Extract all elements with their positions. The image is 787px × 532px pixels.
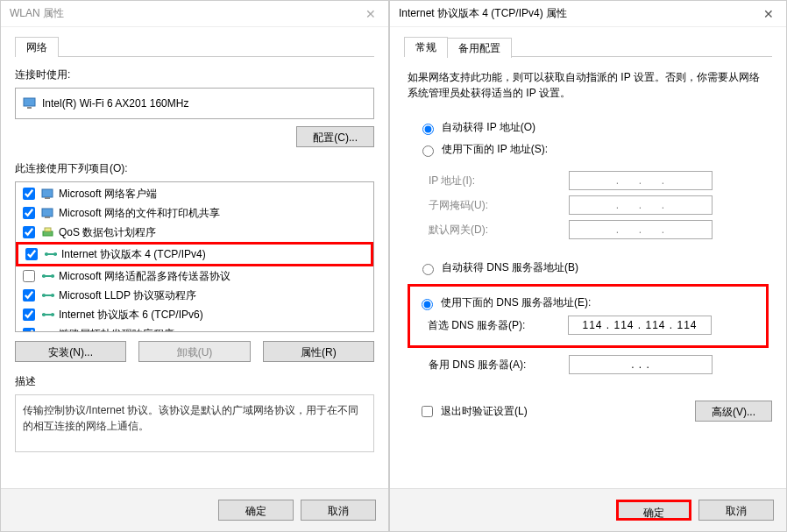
tcpip-properties-dialog: Internet 协议版本 4 (TCP/IPv4) 属性 ✕ 常规 备用配置 … [389, 0, 787, 532]
network-icon [41, 188, 55, 200]
svg-point-15 [42, 294, 46, 297]
list-item-label: Internet 协议版本 4 (TCP/IPv4) [61, 247, 206, 262]
network-icon [44, 248, 58, 260]
pref-dns-input[interactable]: 114 . 114 . 114 . 114 [568, 316, 712, 335]
tab-general[interactable]: 常规 [404, 37, 448, 57]
list-item-label: Microsoft 网络客户端 [59, 187, 157, 202]
item-checkbox[interactable] [23, 289, 35, 301]
tcpip-cancel-button[interactable]: 取消 [698, 500, 774, 521]
radio-dns-auto-input[interactable] [422, 264, 434, 275]
svg-point-18 [42, 313, 46, 316]
item-checkbox[interactable] [23, 309, 35, 321]
svg-rect-7 [45, 228, 51, 231]
adapter-box: Intel(R) Wi-Fi 6 AX201 160MHz [15, 88, 374, 119]
tcpip-title: Internet 协议版本 4 (TCP/IPv4) 属性 [399, 6, 567, 21]
list-item[interactable]: Microsoft 网络客户端 [16, 184, 373, 203]
dns-manual-highlight: 使用下面的 DNS 服务器地址(E): 首选 DNS 服务器(P): 114 .… [408, 284, 769, 348]
svg-rect-1 [27, 107, 32, 109]
radio-ip-manual-input[interactable] [422, 145, 434, 157]
wlan-tabs: 网络 [15, 36, 374, 57]
radio-dns-manual[interactable]: 使用下面的 DNS 服务器地址(E): [417, 295, 755, 310]
items-label: 此连接使用下列项目(O): [15, 161, 374, 176]
connect-using-label: 连接时使用: [15, 67, 374, 82]
wlan-properties-dialog: WLAN 属性 ✕ 网络 连接时使用: Intel(R) Wi-Fi 6 AX2… [0, 0, 389, 532]
description-label: 描述 [15, 374, 374, 389]
list-item[interactable]: Microsoft LLDP 协议驱动程序 [16, 286, 373, 305]
network-icon [41, 226, 55, 238]
network-items-list[interactable]: Microsoft 网络客户端Microsoft 网络的文件和打印机共享QoS … [15, 181, 374, 332]
ip-address-label: IP 地址(I): [429, 174, 569, 188]
list-item[interactable]: Internet 协议版本 6 (TCP/IPv6) [16, 305, 373, 324]
svg-rect-3 [45, 197, 50, 199]
radio-ip-auto-input[interactable] [422, 124, 434, 135]
properties-button[interactable]: 属性(R) [263, 341, 374, 362]
item-checkbox[interactable] [23, 207, 35, 219]
wlan-cancel-button[interactable]: 取消 [301, 500, 376, 521]
tcpip-titlebar: Internet 协议版本 4 (TCP/IPv4) 属性 ✕ [390, 1, 786, 27]
close-icon[interactable]: ✕ [358, 4, 383, 24]
tcpip-ok-button[interactable]: 确定 [616, 500, 691, 521]
alt-dns-input[interactable]: . . . [569, 355, 713, 374]
network-icon [41, 328, 55, 332]
list-item[interactable]: Internet 协议版本 4 (TCP/IPv4) [16, 242, 373, 266]
uninstall-button: 卸载(U) [138, 341, 250, 362]
install-button[interactable]: 安装(N)... [15, 341, 126, 362]
advanced-button[interactable]: 高级(V)... [695, 401, 772, 422]
wlan-titlebar: WLAN 属性 ✕ [1, 1, 388, 27]
validate-checkbox[interactable] [422, 406, 433, 417]
tab-network[interactable]: 网络 [15, 37, 59, 57]
tab-alt-config[interactable]: 备用配置 [447, 38, 512, 58]
configure-button[interactable]: 配置(C)... [296, 126, 374, 147]
list-item-label: Internet 协议版本 6 (TCP/IPv6) [59, 308, 203, 323]
adapter-name: Intel(R) Wi-Fi 6 AX201 160MHz [42, 97, 188, 110]
svg-point-9 [45, 252, 48, 256]
list-item-label: Microsoft LLDP 协议驱动程序 [59, 288, 196, 303]
subnet-mask-label: 子网掩码(U): [429, 198, 569, 213]
default-gateway-input: . . . [569, 220, 713, 239]
item-checkbox[interactable] [23, 270, 35, 282]
monitor-icon [23, 97, 37, 110]
network-icon [41, 207, 55, 219]
list-item[interactable]: Microsoft 网络适配器多路传送器协议 [16, 266, 373, 286]
ip-address-input: . . . [569, 171, 713, 190]
subnet-mask-input: . . . [569, 195, 713, 215]
pref-dns-label: 首选 DNS 服务器(P): [428, 318, 568, 333]
svg-point-12 [42, 274, 46, 278]
item-checkbox[interactable] [23, 188, 35, 200]
radio-ip-auto[interactable]: 自动获得 IP 地址(O) [418, 120, 769, 135]
radio-dns-auto[interactable]: 自动获得 DNS 服务器地址(B) [418, 260, 769, 275]
svg-point-19 [51, 313, 54, 316]
svg-rect-2 [42, 189, 53, 197]
svg-point-16 [51, 294, 54, 297]
network-icon [41, 309, 55, 321]
item-checkbox[interactable] [23, 226, 35, 238]
list-item[interactable]: Microsoft 网络的文件和打印机共享 [16, 203, 373, 223]
network-icon [41, 289, 55, 301]
wlan-bottom-bar: 确定 取消 [1, 488, 388, 531]
svg-rect-4 [42, 209, 53, 216]
validate-on-exit[interactable]: 退出时验证设置(L) [418, 403, 528, 420]
alt-dns-label: 备用 DNS 服务器(A): [429, 358, 569, 372]
wlan-ok-button[interactable]: 确定 [218, 500, 294, 521]
intro-text: 如果网络支持此功能，则可以获取自动指派的 IP 设置。否则，你需要从网络系统管理… [408, 69, 769, 101]
svg-rect-5 [45, 216, 50, 218]
tcpip-tabs: 常规 备用配置 [404, 36, 772, 57]
item-checkbox[interactable] [23, 328, 35, 332]
list-item-label: QoS 数据包计划程序 [59, 225, 156, 240]
radio-dns-manual-input[interactable] [422, 299, 433, 310]
svg-rect-6 [43, 231, 53, 236]
item-checkbox[interactable] [25, 248, 38, 260]
close-icon[interactable]: ✕ [756, 4, 781, 24]
list-item-label: Microsoft 网络的文件和打印机共享 [59, 206, 220, 221]
list-item[interactable]: QoS 数据包计划程序 [16, 223, 373, 242]
svg-point-13 [51, 274, 54, 278]
description-text: 传输控制协议/Internet 协议。该协议是默认的广域网络协议，用于在不同的相… [15, 394, 374, 452]
tcpip-bottom-bar: 确定 取消 [390, 488, 786, 531]
svg-point-10 [53, 252, 57, 256]
default-gateway-label: 默认网关(D): [429, 223, 569, 238]
wlan-title: WLAN 属性 [10, 6, 64, 21]
svg-rect-0 [24, 98, 35, 106]
list-item[interactable]: 链路层拓扑发现响应程序 [16, 324, 373, 332]
radio-ip-manual[interactable]: 使用下面的 IP 地址(S): [418, 142, 769, 157]
list-item-label: 链路层拓扑发现响应程序 [59, 327, 174, 333]
